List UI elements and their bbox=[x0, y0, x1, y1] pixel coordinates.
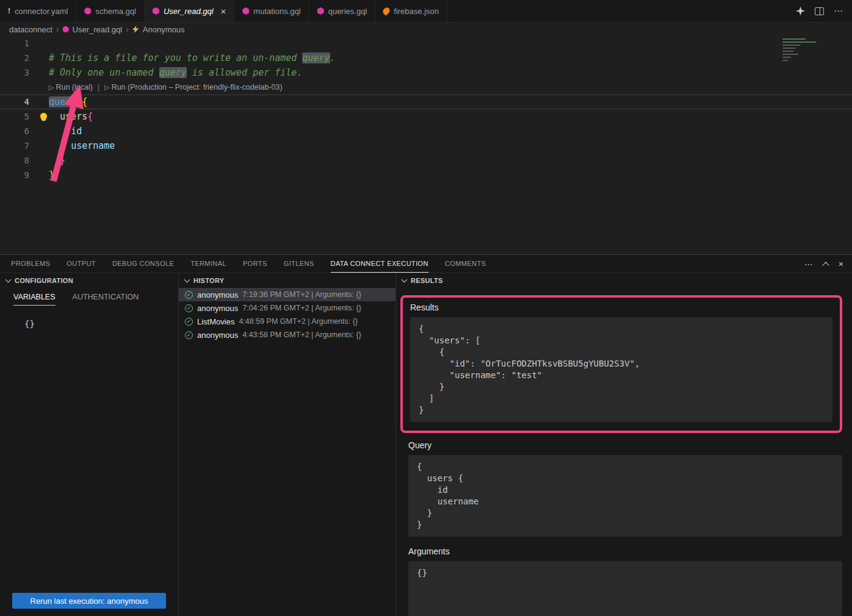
tab-User_read.gql[interactable]: User_read.gql× bbox=[145, 0, 234, 22]
history-meta: 4:48:59 PM GMT+2 | Arguments: {} bbox=[239, 317, 358, 326]
panel-tab-terminal[interactable]: TERMINAL bbox=[190, 256, 226, 272]
close-icon[interactable]: × bbox=[221, 7, 226, 16]
minimap-mark bbox=[782, 45, 801, 46]
tab-firebase.json[interactable]: firebase.json bbox=[375, 0, 447, 22]
graphql-icon bbox=[63, 26, 69, 33]
panel-close-icon[interactable]: × bbox=[839, 259, 843, 269]
history-meta: 7:19:36 PM GMT+2 | Arguments: {} bbox=[242, 290, 361, 299]
config-tab-variables[interactable]: VARIABLES bbox=[13, 293, 56, 306]
query-label: Query bbox=[408, 440, 842, 450]
history-name: anonymous bbox=[197, 304, 238, 313]
panel-more-icon[interactable]: ⋯ bbox=[804, 259, 813, 269]
editor-line[interactable]: 4query { bbox=[0, 95, 852, 109]
tab-label: connector.yaml bbox=[15, 7, 68, 16]
editor-line[interactable]: 7 username bbox=[0, 138, 852, 153]
copilot-sparkle-icon[interactable] bbox=[796, 7, 805, 16]
panel-tab-ports[interactable]: PORTS bbox=[243, 256, 267, 272]
line-content: id bbox=[38, 124, 82, 138]
breadcrumb-symbol[interactable]: Anonymous bbox=[143, 25, 185, 34]
run-local-label: Run (local) bbox=[56, 80, 92, 95]
editor-line[interactable]: 1 bbox=[0, 36, 852, 51]
line-number: 3 bbox=[0, 65, 38, 80]
line-number: 9 bbox=[0, 168, 38, 182]
rerun-button[interactable]: Rerun last execution: anonymous bbox=[12, 593, 166, 609]
line-number: 5 bbox=[0, 109, 38, 124]
warning-icon: ! bbox=[8, 7, 10, 15]
tab-schema.gql[interactable]: schema.gql bbox=[76, 0, 144, 22]
graphql-icon bbox=[242, 7, 249, 15]
arguments-label: Arguments bbox=[408, 546, 842, 556]
history-item[interactable]: ✓anonymous7:04:26 PM GMT+2 | Arguments: … bbox=[179, 301, 395, 315]
editor-line[interactable]: 6 id bbox=[0, 124, 852, 138]
panel-body: CONFIGURATION VARIABLESAUTHENTICATION {}… bbox=[0, 273, 852, 616]
panel-tab-bar: PROBLEMSOUTPUTDEBUG CONSOLETERMINALPORTS… bbox=[0, 255, 852, 273]
tab-label: User_read.gql bbox=[164, 7, 214, 16]
panel-tab-output[interactable]: OUTPUT bbox=[67, 256, 96, 272]
panel-tab-problems[interactable]: PROBLEMS bbox=[11, 256, 50, 272]
line-number: 7 bbox=[0, 138, 38, 153]
line-content: users{ bbox=[38, 109, 93, 124]
run-production-label: Run (Production – Project: friendly-flix… bbox=[112, 80, 283, 95]
panel-tab-data-connect-execution[interactable]: DATA CONNECT EXECUTION bbox=[331, 256, 428, 273]
minimap-mark bbox=[782, 48, 796, 49]
editor[interactable]: 12# This is a file for you to write an u… bbox=[0, 36, 852, 254]
run-production-link[interactable]: ▷Run (Production – Project: friendly-fli… bbox=[104, 80, 282, 95]
breadcrumb-file[interactable]: User_read.gql bbox=[73, 25, 123, 34]
more-actions-icon[interactable]: ⋯ bbox=[834, 5, 843, 16]
chevron-right-icon: › bbox=[56, 24, 59, 34]
editor-line[interactable]: 3# Only one un-named query is allowed pe… bbox=[0, 65, 852, 80]
panel-tab-gitlens[interactable]: GITLENS bbox=[284, 256, 314, 272]
editor-code-lines: 12# This is a file for you to write an u… bbox=[0, 36, 852, 182]
panel-maximize-icon[interactable] bbox=[822, 262, 829, 268]
tab-mutations.gql[interactable]: mutations.gql bbox=[234, 0, 309, 22]
flame-icon bbox=[382, 6, 392, 16]
tab-queries.gql[interactable]: queries.gql bbox=[309, 0, 376, 22]
history-meta: 7:04:26 PM GMT+2 | Arguments: {} bbox=[242, 304, 361, 312]
history-meta: 4:43:58 PM GMT+2 | Arguments: {} bbox=[242, 331, 361, 339]
arguments-text: {} bbox=[408, 561, 842, 616]
split-editor-icon[interactable] bbox=[815, 7, 824, 15]
breadcrumb-folder[interactable]: dataconnect bbox=[9, 25, 52, 34]
check-icon: ✓ bbox=[185, 304, 193, 312]
tab-label: queries.gql bbox=[328, 7, 367, 16]
configuration-section: CONFIGURATION VARIABLESAUTHENTICATION {}… bbox=[0, 273, 179, 616]
minimap-mark bbox=[782, 41, 816, 43]
panel-tabs: PROBLEMSOUTPUTDEBUG CONSOLETERMINALPORTS… bbox=[11, 256, 502, 273]
editor-line[interactable]: 9} bbox=[0, 168, 852, 182]
history-item[interactable]: ✓anonymous4:43:58 PM GMT+2 | Arguments: … bbox=[179, 328, 395, 342]
results-header[interactable]: RESULTS bbox=[396, 273, 852, 288]
minimap-mark bbox=[782, 60, 788, 61]
tab-label: schema.gql bbox=[95, 7, 135, 16]
results-section: RESULTS Results { "users": [ { "id": "Or… bbox=[396, 273, 852, 616]
line-content bbox=[38, 36, 49, 51]
history-item[interactable]: ✓ListMovies4:48:59 PM GMT+2 | Arguments:… bbox=[179, 315, 395, 328]
results-content: Results { "users": [ { "id": "OrTucFODZH… bbox=[396, 288, 852, 616]
history-name: ListMovies bbox=[197, 317, 234, 326]
line-number: 1 bbox=[0, 36, 38, 51]
results-label: Results bbox=[410, 303, 832, 312]
panel-tab-comments[interactable]: COMMENTS bbox=[445, 256, 486, 272]
history-name: anonymous bbox=[197, 331, 238, 340]
run-local-link[interactable]: ▷Run (local) bbox=[49, 80, 93, 95]
editor-line[interactable]: 8 } bbox=[0, 153, 852, 168]
configuration-header[interactable]: CONFIGURATION bbox=[0, 273, 178, 288]
minimap-mark bbox=[782, 54, 798, 55]
line-number: 8 bbox=[0, 153, 38, 168]
line-number: 4 bbox=[0, 95, 38, 109]
editor-line[interactable]: 2# This is a file for you to write an un… bbox=[0, 51, 852, 65]
history-list: ✓anonymous7:19:36 PM GMT+2 | Arguments: … bbox=[179, 288, 395, 616]
editor-line[interactable]: 5 users{ bbox=[0, 109, 852, 124]
tab-connector.yaml[interactable]: !connector.yaml bbox=[0, 0, 76, 22]
history-header[interactable]: HISTORY bbox=[179, 273, 395, 288]
minimap[interactable] bbox=[782, 38, 843, 61]
line-number: 6 bbox=[0, 124, 38, 138]
line-content: # Only one un-named query is allowed per… bbox=[38, 65, 302, 80]
history-item[interactable]: ✓anonymous7:19:36 PM GMT+2 | Arguments: … bbox=[179, 288, 395, 301]
config-tab-authentication[interactable]: AUTHENTICATION bbox=[73, 293, 139, 306]
variables-value[interactable]: {} bbox=[24, 319, 178, 329]
lightbulb-icon[interactable] bbox=[40, 113, 47, 120]
chevron-down-icon bbox=[5, 277, 12, 283]
graphql-icon bbox=[317, 7, 324, 15]
panel-tab-debug-console[interactable]: DEBUG CONSOLE bbox=[112, 256, 174, 272]
bottom-panel: PROBLEMSOUTPUTDEBUG CONSOLETERMINALPORTS… bbox=[0, 254, 852, 616]
